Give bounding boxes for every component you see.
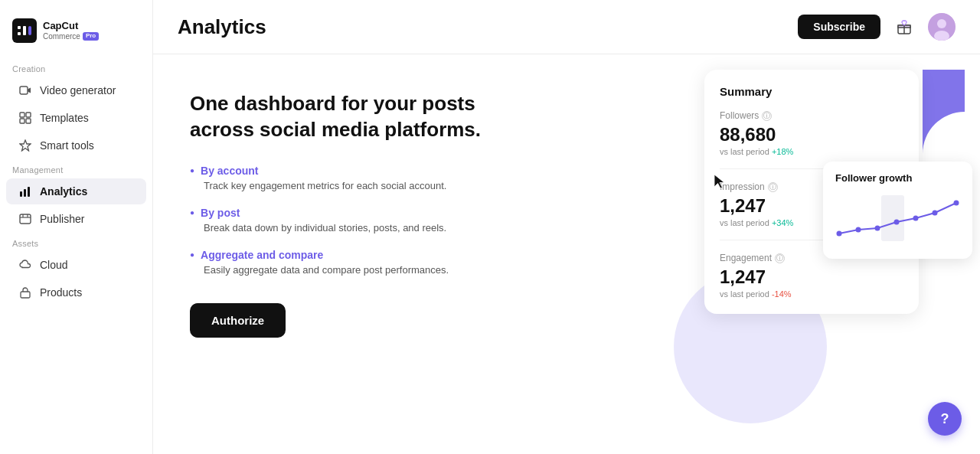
smart-tools-icon bbox=[18, 139, 32, 152]
feature-list: By account Track key engagement metrics … bbox=[190, 165, 614, 276]
assets-section-label: Assets bbox=[0, 233, 152, 251]
publisher-icon bbox=[18, 212, 32, 226]
svg-rect-13 bbox=[20, 214, 31, 224]
avatar[interactable] bbox=[928, 13, 956, 41]
subscribe-button[interactable]: Subscribe bbox=[798, 15, 880, 39]
sidebar-item-label: Video generator bbox=[40, 84, 116, 96]
analytics-icon bbox=[18, 185, 32, 198]
help-button[interactable]: ? bbox=[928, 402, 962, 436]
engagement-change-value: -14% bbox=[772, 289, 792, 299]
header: Analytics Subscribe bbox=[153, 0, 980, 54]
engagement-value: 1,247 bbox=[720, 266, 903, 288]
pro-badge: Pro bbox=[83, 32, 99, 41]
svg-rect-12 bbox=[28, 187, 30, 197]
sidebar-item-products[interactable]: Products bbox=[6, 279, 146, 305]
svg-rect-9 bbox=[26, 119, 31, 123]
followers-label: Followers ⓘ bbox=[720, 110, 903, 121]
logo-main-text: CapCut bbox=[43, 21, 99, 31]
sidebar-item-label: Templates bbox=[40, 112, 89, 124]
gift-icon-button[interactable] bbox=[890, 12, 919, 41]
video-icon bbox=[18, 83, 32, 97]
authorize-button[interactable]: Authorize bbox=[190, 303, 286, 338]
svg-point-22 bbox=[875, 226, 880, 231]
feature-title-account: By account bbox=[190, 165, 614, 177]
main-content: Analytics Subscribe bbox=[153, 0, 980, 454]
followers-value: 88,680 bbox=[720, 124, 903, 145]
feature-item-aggregate: Aggregate and compare Easily aggregate d… bbox=[190, 249, 614, 276]
mini-chart bbox=[835, 191, 960, 245]
svg-rect-7 bbox=[26, 113, 31, 117]
svg-rect-19 bbox=[881, 195, 904, 241]
follower-growth-tooltip: Follower growth bbox=[823, 162, 972, 259]
sidebar-item-label: Smart tools bbox=[40, 139, 94, 152]
svg-rect-5 bbox=[20, 87, 28, 94]
logo-icon bbox=[12, 18, 37, 43]
feature-title-aggregate: Aggregate and compare bbox=[190, 249, 614, 261]
impression-info-icon[interactable]: ⓘ bbox=[768, 182, 778, 192]
svg-rect-10 bbox=[20, 191, 22, 197]
creation-section-label: Creation bbox=[0, 58, 152, 77]
logo-sub-text: Commerce Pro bbox=[43, 32, 99, 41]
sidebar: CapCut Commerce Pro Creation Video gener… bbox=[0, 0, 153, 454]
header-actions: Subscribe bbox=[798, 12, 956, 41]
left-panel: One dashboard for your posts across soci… bbox=[153, 54, 651, 454]
impression-change-value: +34% bbox=[772, 218, 793, 227]
sidebar-item-label: Products bbox=[40, 286, 82, 299]
svg-point-21 bbox=[856, 227, 861, 233]
svg-point-20 bbox=[837, 231, 842, 237]
engagement-info-icon[interactable]: ⓘ bbox=[775, 253, 785, 263]
page-title: Analytics bbox=[178, 15, 266, 39]
svg-rect-4 bbox=[28, 26, 31, 35]
cursor-arrow bbox=[712, 173, 729, 194]
sidebar-item-video-generator[interactable]: Video generator bbox=[6, 77, 146, 103]
feature-desc-post: Break data down by individual stories, p… bbox=[190, 222, 614, 234]
sidebar-item-label: Cloud bbox=[40, 259, 68, 271]
svg-rect-14 bbox=[21, 292, 30, 298]
svg-point-23 bbox=[894, 220, 900, 225]
right-panel: Summary Followers ⓘ 88,680 vs last perio… bbox=[651, 54, 980, 454]
sidebar-item-label: Publisher bbox=[40, 213, 84, 225]
management-section-label: Management bbox=[0, 159, 152, 178]
sidebar-item-publisher[interactable]: Publisher bbox=[6, 206, 146, 232]
svg-rect-1 bbox=[18, 26, 21, 29]
sidebar-item-cloud[interactable]: Cloud bbox=[6, 252, 146, 278]
engagement-change: vs last period -14% bbox=[720, 289, 903, 299]
engagement-metric: Engagement ⓘ 1,247 vs last period -14% bbox=[720, 253, 903, 299]
sidebar-item-smart-tools[interactable]: Smart tools bbox=[6, 132, 146, 158]
svg-point-17 bbox=[937, 19, 946, 28]
followers-change-value: +18% bbox=[772, 147, 793, 156]
svg-point-26 bbox=[954, 201, 959, 206]
growth-tooltip-title: Follower growth bbox=[835, 172, 960, 184]
feature-item-post: By post Break data down by individual st… bbox=[190, 207, 614, 234]
logo-text: CapCut Commerce Pro bbox=[43, 21, 99, 40]
svg-rect-11 bbox=[24, 189, 26, 197]
svg-rect-2 bbox=[18, 32, 21, 35]
svg-point-24 bbox=[913, 216, 919, 221]
summary-title: Summary bbox=[720, 85, 903, 98]
followers-change: vs last period +18% bbox=[720, 147, 903, 156]
feature-desc-aggregate: Easily aggregate data and compare post p… bbox=[190, 264, 614, 276]
sidebar-item-analytics[interactable]: Analytics bbox=[6, 178, 146, 204]
content-area: One dashboard for your posts across soci… bbox=[153, 54, 980, 454]
followers-info-icon[interactable]: ⓘ bbox=[762, 111, 772, 121]
followers-metric: Followers ⓘ 88,680 vs last period +18% bbox=[720, 110, 903, 169]
feature-item-account: By account Track key engagement metrics … bbox=[190, 165, 614, 191]
products-icon bbox=[18, 286, 32, 299]
logo-area: CapCut Commerce Pro bbox=[0, 12, 152, 58]
cloud-icon bbox=[18, 258, 32, 272]
feature-desc-account: Track key engagement metrics for each so… bbox=[190, 180, 614, 191]
svg-rect-8 bbox=[20, 119, 24, 123]
feature-title-post: By post bbox=[190, 207, 614, 219]
hero-title: One dashboard for your posts across soci… bbox=[190, 91, 511, 143]
svg-point-25 bbox=[933, 211, 938, 216]
sidebar-item-templates[interactable]: Templates bbox=[6, 105, 146, 131]
svg-rect-6 bbox=[20, 113, 24, 117]
sidebar-item-label: Analytics bbox=[40, 185, 87, 198]
templates-icon bbox=[18, 111, 32, 125]
svg-rect-3 bbox=[23, 26, 26, 35]
